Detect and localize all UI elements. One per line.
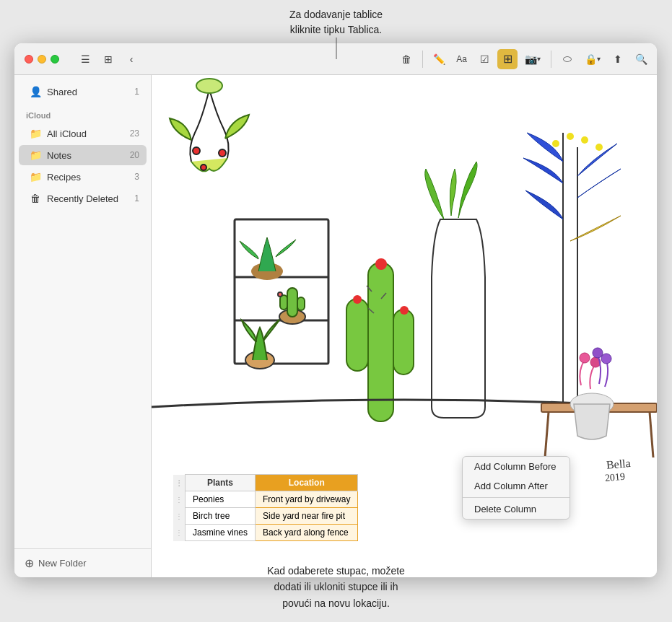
plant-illustration: Bella 2019 <box>152 75 657 486</box>
sidebar-item-recipes[interactable]: 📁 Recipes 3 <box>19 167 147 187</box>
divider-2 <box>551 51 551 68</box>
note-table: ⋮ Plants Location ⋮ Peonies Front yard b… <box>173 474 358 541</box>
sidebar-count-all-icloud: 23 <box>130 128 139 139</box>
annotation-top: Za dodavanje tablice kliknite tipku Tabl… <box>0 7 672 38</box>
svg-rect-10 <box>287 288 297 317</box>
table-col2-header[interactable]: Location <box>256 475 358 491</box>
traffic-lights <box>14 55 69 63</box>
svg-point-2 <box>193 147 200 154</box>
table-cell-location-2[interactable]: Side yard near fire pit <box>256 508 358 525</box>
row-handle-3: ⋮ <box>173 525 186 541</box>
table-button[interactable]: ⊞ <box>497 49 518 69</box>
table-cell-plants-1[interactable]: Peonies <box>186 491 256 508</box>
folder-icon-notes: 📁 <box>29 149 42 162</box>
svg-point-37 <box>601 354 611 364</box>
svg-point-4 <box>201 165 206 170</box>
svg-rect-17 <box>393 310 414 374</box>
sidebar-count-shared: 1 <box>134 87 139 97</box>
folder-icon-all: 📁 <box>29 127 42 140</box>
attach-button[interactable]: 📷▾ <box>520 49 545 69</box>
note-area: Bella 2019 ⋮ Plants Location ⋮ <box>152 75 657 577</box>
svg-text:Bella: Bella <box>606 457 631 471</box>
table-cell-location-3[interactable]: Back yard along fence <box>256 525 358 541</box>
table-cell-location-1[interactable]: Front yard by driveway <box>256 491 358 508</box>
app-window: ☰ ⊞ ‹ 🗑 ✏️ Aa ☑ ⊞ 📷▾ ⬭ 🔒▾ ⬆ 🔍 👤 <box>14 43 657 577</box>
svg-point-26 <box>552 140 559 147</box>
sidebar-item-recently-deleted[interactable]: 🗑 Recently Deleted 1 <box>19 188 147 209</box>
text-style-button[interactable]: Aa <box>452 49 471 69</box>
svg-rect-11 <box>280 295 287 310</box>
compose-button[interactable]: ✏️ <box>429 49 449 69</box>
minimize-button[interactable] <box>38 55 46 63</box>
sidebar-item-notes[interactable]: 📁 Notes 20 <box>19 145 147 165</box>
delete-column-menu-item[interactable]: Delete Column <box>463 499 570 519</box>
table-row: ⋮ Jasmine vines Back yard along fence <box>173 525 358 541</box>
svg-point-27 <box>567 133 574 140</box>
add-column-before-menu-item[interactable]: Add Column Before <box>463 457 570 476</box>
svg-point-34 <box>580 353 590 363</box>
svg-rect-13 <box>297 297 305 310</box>
table-cell-plants-2[interactable]: Birch tree <box>186 508 256 525</box>
delete-button[interactable]: 🗑 <box>396 49 416 69</box>
svg-point-1 <box>196 79 222 93</box>
svg-point-28 <box>581 136 588 144</box>
share-button[interactable]: ⬆ <box>608 49 628 69</box>
sidebar-count-recipes: 3 <box>134 172 139 182</box>
add-column-after-menu-item[interactable]: Add Column After <box>463 476 570 496</box>
close-button[interactable] <box>25 55 33 63</box>
row-handle-1: ⋮ <box>173 491 186 508</box>
svg-rect-15 <box>368 263 393 421</box>
note-table-container: ⋮ Plants Location ⋮ Peonies Front yard b… <box>173 474 358 541</box>
menu-separator <box>463 497 570 498</box>
svg-point-22 <box>353 295 362 304</box>
table-row: ⋮ Peonies Front yard by driveway <box>173 491 358 508</box>
checklist-button[interactable]: ☑ <box>474 49 494 69</box>
sidebar-item-shared[interactable]: 👤 Shared 1 <box>19 82 147 102</box>
row-handle-2: ⋮ <box>173 508 186 525</box>
table-handle-header: ⋮ <box>173 475 186 491</box>
svg-point-3 <box>219 149 226 157</box>
annotation-bottom: Kad odaberete stupac, možetedodati ili u… <box>0 563 672 611</box>
svg-point-23 <box>400 306 409 315</box>
table-cell-plants-3[interactable]: Jasmine vines <box>186 525 256 541</box>
section-icloud: iCloud <box>14 102 151 123</box>
toolbar-right: 🗑 ✏️ Aa ☑ ⊞ 📷▾ ⬭ 🔒▾ ⬆ 🔍 <box>390 49 657 69</box>
sidebar-label-recently-deleted: Recently Deleted <box>47 193 134 204</box>
sidebar-count-notes: 20 <box>130 150 139 160</box>
svg-point-12 <box>278 292 282 297</box>
titlebar: ☰ ⊞ ‹ 🗑 ✏️ Aa ☑ ⊞ 📷▾ ⬭ 🔒▾ ⬆ 🔍 <box>14 43 657 75</box>
context-menu: Add Column Before Add Column After Delet… <box>462 456 570 520</box>
toolbar-left: ☰ ⊞ ‹ <box>69 49 147 69</box>
content-area: 👤 Shared 1 iCloud 📁 All iCloud 23 📁 Note… <box>14 75 657 577</box>
sidebar: 👤 Shared 1 iCloud 📁 All iCloud 23 📁 Note… <box>14 75 152 577</box>
table-row: ⋮ Birch tree Side yard near fire pit <box>173 508 358 525</box>
divider-1 <box>422 51 423 68</box>
shared-icon: 👤 <box>29 85 42 98</box>
sidebar-count-recently-deleted: 1 <box>134 193 139 203</box>
svg-text:2019: 2019 <box>604 471 625 483</box>
svg-point-29 <box>595 144 603 151</box>
trash-icon-recently-deleted: 🗑 <box>29 192 42 205</box>
svg-point-21 <box>375 258 387 270</box>
svg-rect-16 <box>346 299 368 371</box>
sidebar-label-recipes: Recipes <box>47 172 134 183</box>
sidebar-label-shared: Shared <box>47 87 134 97</box>
grid-view-button[interactable]: ⊞ <box>98 49 118 69</box>
back-button[interactable]: ‹ <box>121 49 141 69</box>
list-view-button[interactable]: ☰ <box>75 49 95 69</box>
svg-point-36 <box>593 348 603 358</box>
collaborate-button[interactable]: ⬭ <box>557 49 577 69</box>
search-button[interactable]: 🔍 <box>631 49 651 69</box>
folder-icon-recipes: 📁 <box>29 170 42 183</box>
table-col1-header: Plants <box>186 475 256 491</box>
maximize-button[interactable] <box>51 55 59 63</box>
lock-button[interactable]: 🔒▾ <box>580 49 605 69</box>
sidebar-label-all-icloud: All iCloud <box>47 128 130 139</box>
sidebar-label-notes: Notes <box>47 150 130 161</box>
sidebar-item-all-icloud[interactable]: 📁 All iCloud 23 <box>19 123 147 144</box>
